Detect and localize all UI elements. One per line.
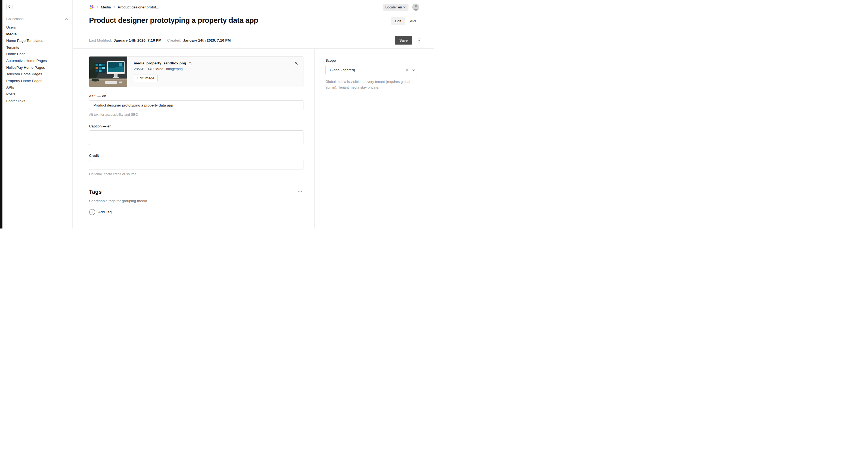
alt-locale-suffix: — en — [97, 94, 106, 98]
sidebar-item-posts[interactable]: Posts — [6, 91, 68, 98]
created-value: January 14th 2026, 7:16 PM — [183, 38, 231, 42]
sidebar-item-property-home-pages[interactable]: Property Home Pages — [6, 78, 68, 85]
chevron-up-icon — [65, 17, 68, 21]
ellipsis-icon — [298, 191, 302, 192]
more-options-button[interactable] — [415, 36, 423, 45]
title-row: Product designer prototyping a property … — [73, 14, 434, 32]
sidebar-item-users[interactable]: Users — [6, 24, 68, 31]
collections-nav: Users Media Home Page Templates Tenants … — [6, 24, 68, 104]
sidebar-item-footer-links[interactable]: Footer links — [6, 98, 68, 105]
alt-field-label: Alt* — en — [89, 94, 304, 98]
sidebar-item-apis[interactable]: APIs — [6, 84, 68, 91]
last-modified-label: Last Modified: — [89, 38, 112, 42]
caption-field: Caption — en — [89, 124, 304, 146]
add-tag-label: Add Tag — [98, 210, 112, 214]
media-file-details: media_property_sandbox.png 285K — [127, 57, 303, 87]
sidebar-item-tenants[interactable]: Tenants — [6, 44, 68, 51]
sidebar-item-home-page-templates[interactable]: Home Page Templates — [6, 37, 68, 44]
copy-icon — [189, 61, 192, 65]
credit-field-label: Credit — [89, 153, 304, 158]
chevron-down-icon — [403, 6, 406, 8]
scope-clear-button[interactable] — [406, 68, 409, 72]
kebab-icon — [418, 38, 420, 42]
collections-label: Collections — [6, 17, 24, 21]
avatar[interactable] — [412, 3, 420, 10]
scope-help-text: Global media is visible to every tenant … — [326, 79, 413, 90]
caption-textarea[interactable] — [89, 131, 304, 145]
sidebar-item-media[interactable]: Media — [6, 31, 68, 38]
tags-options-button[interactable] — [297, 189, 304, 195]
breadcrumb: / Media / Product designer protot... — [89, 5, 159, 9]
credit-input[interactable] — [89, 160, 304, 170]
edit-image-button[interactable]: Edit Image — [134, 74, 158, 82]
sidebar: Collections Users Media Home Page Templa… — [2, 0, 73, 229]
app-logo-icon — [89, 5, 94, 9]
caption-field-label: Caption — en — [89, 124, 304, 128]
alt-label-text: Alt — [89, 94, 93, 98]
locale-selector[interactable]: Locale: en — [383, 4, 408, 10]
window-edge-strip — [0, 0, 2, 229]
created-label: Created: — [167, 38, 181, 42]
breadcrumb-current-item: Product designer protot... — [118, 5, 159, 9]
close-icon — [294, 61, 298, 65]
tags-section: Tags Searchable tags for groupin — [89, 189, 304, 215]
tags-description: Searchable tags for grouping media — [89, 199, 304, 203]
scope-select-value: Global (shared) — [330, 68, 355, 72]
document-content: media_property_sandbox.png 285K — [73, 49, 434, 229]
media-file-meta: 285KB - 1400x922 - image/png — [134, 67, 298, 71]
locale-label: Locale: — [385, 5, 397, 9]
scope-panel: Scope Global (shared) — [314, 49, 434, 229]
tab-api[interactable]: API — [406, 17, 420, 25]
required-marker: * — [94, 94, 96, 98]
app-window: Collections Users Media Home Page Templa… — [0, 0, 434, 229]
media-filename: media_property_sandbox.png — [134, 61, 186, 65]
add-tag-button[interactable]: Add Tag — [89, 209, 112, 215]
fields-column: media_property_sandbox.png 285K — [73, 49, 314, 229]
chevron-left-icon — [8, 5, 11, 9]
collections-group-toggle[interactable]: Collections — [6, 17, 68, 21]
alt-field: Alt* — en Alt text for accessibility and… — [89, 94, 304, 117]
clear-x-icon — [406, 68, 409, 72]
sidebar-item-automotive-home-pages[interactable]: Automotive Home Pages — [6, 58, 68, 64]
meta-bar: Last Modified: January 14th 2026, 7:16 P… — [73, 32, 434, 49]
sidebar-item-home-page[interactable]: Home Page — [6, 51, 68, 58]
sidebar-item-telecom-home-pages[interactable]: Telecom Home Pages — [6, 71, 68, 78]
alt-input[interactable] — [89, 100, 304, 110]
credit-help-text: Optional: photo credit or source — [89, 172, 304, 176]
remove-media-button[interactable] — [293, 60, 299, 66]
document-timestamps: Last Modified: January 14th 2026, 7:16 P… — [89, 38, 231, 42]
tab-edit[interactable]: Edit — [392, 17, 405, 25]
breadcrumb-separator: / — [114, 5, 115, 9]
alt-help-text: Alt text for accessibility and SEO — [89, 113, 304, 117]
scope-select[interactable]: Global (shared) — [326, 65, 418, 75]
sidebar-item-heliospay-home-pages[interactable]: HeliosPay Home Pages — [6, 64, 68, 71]
locale-value: en — [398, 5, 402, 9]
document-actions: Save — [395, 36, 423, 45]
chevron-down-icon — [412, 69, 415, 71]
topbar-right: Locale: en — [383, 3, 420, 10]
media-thumbnail — [89, 57, 127, 87]
page-title: Product designer prototyping a property … — [89, 16, 258, 25]
copy-filename-button[interactable] — [189, 61, 192, 65]
topbar: / Media / Product designer protot... Loc… — [73, 0, 434, 14]
collapse-nav-button[interactable] — [6, 4, 12, 10]
breadcrumb-separator: / — [97, 5, 98, 9]
tags-title: Tags — [89, 189, 101, 195]
plus-circle-icon — [89, 209, 95, 215]
media-file-card: media_property_sandbox.png 285K — [89, 56, 304, 87]
last-modified-value: January 14th 2026, 7:16 PM — [114, 38, 161, 42]
doc-tabs: Edit API — [392, 17, 420, 25]
main-area: / Media / Product designer protot... Loc… — [73, 0, 434, 229]
credit-field: Credit Optional: photo credit or source — [89, 153, 304, 176]
save-button[interactable]: Save — [395, 36, 412, 45]
breadcrumb-collection-link[interactable]: Media — [101, 5, 111, 9]
scope-field-label: Scope — [326, 58, 419, 62]
